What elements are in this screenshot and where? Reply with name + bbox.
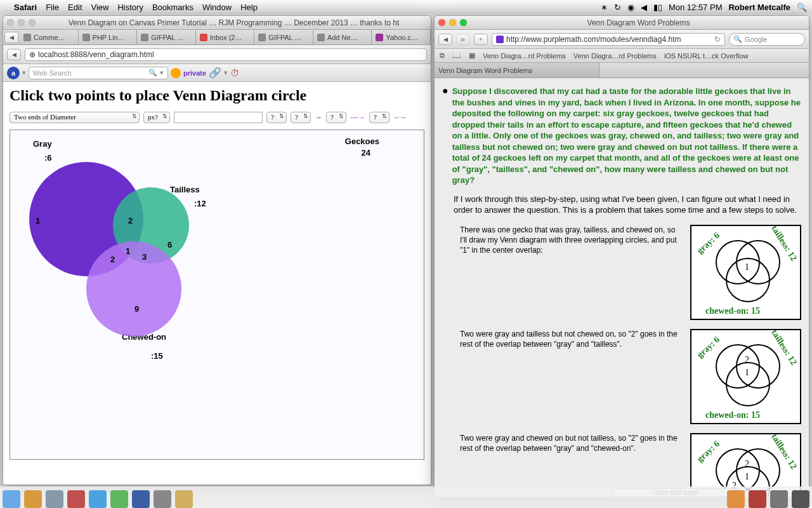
q1-select[interactable]: ?	[266, 112, 287, 123]
topsite-icon[interactable]: ▦	[469, 51, 475, 60]
orange-icon[interactable]	[171, 68, 181, 78]
dock-app-5[interactable]	[89, 490, 107, 508]
dock-app-9[interactable]	[175, 490, 193, 508]
left-title: Venn Diagram on Canvas Primer Tutorial ……	[41, 18, 427, 27]
menu-bookmarks[interactable]: Bookmarks	[152, 3, 193, 12]
active-tab[interactable]: Venn Diagram Word Problems	[435, 63, 599, 77]
n-tc: 3	[142, 252, 147, 262]
tab-2[interactable]: PHP Lin…	[79, 30, 138, 44]
close-button[interactable]	[7, 19, 14, 26]
back-button[interactable]: ◀	[438, 34, 452, 45]
spotlight-icon[interactable]: 🔍	[797, 3, 807, 12]
problem-text: Suppose I discovered that my cat had a t…	[452, 86, 801, 186]
menu-view[interactable]: View	[91, 3, 109, 12]
history-icon[interactable]: ⧉	[440, 51, 445, 60]
ask-toolbar: a ▾ Web Search 🔍 ▾ private 🔗 ▾ ⏱	[3, 64, 431, 82]
menu-help[interactable]: Help	[240, 3, 258, 12]
close-button[interactable]	[438, 19, 445, 26]
dock-app-10[interactable]	[727, 490, 745, 508]
n-t-only: 6	[167, 240, 172, 250]
left-tabbar: ◀ Comme… PHP Lin… GIFPAL … Inbox (2… GIF…	[3, 30, 431, 45]
tab-5[interactable]: GIFPAL …	[254, 30, 313, 44]
tab-1[interactable]: Comme…	[20, 30, 79, 44]
gmail-icon	[200, 34, 207, 41]
dock-app-3[interactable]	[46, 490, 63, 508]
controls-row: Two ends of Diameter px? ? ? → ? ---→ ? …	[3, 109, 431, 126]
reload-icon[interactable]: ↻	[714, 35, 721, 44]
bookmark-2[interactable]: Venn Diagra…rd Problems	[573, 52, 657, 60]
right-title: Venn Diagram Word Problems	[472, 18, 805, 27]
dock-app-12[interactable]	[770, 490, 788, 508]
dock-app-13[interactable]	[792, 490, 809, 508]
value-input[interactable]	[174, 112, 263, 123]
add-bookmark-button[interactable]: +	[474, 34, 488, 45]
user-menu[interactable]: Robert Metcalfe	[728, 3, 790, 12]
forward-button[interactable]: ▶	[456, 34, 470, 45]
tab-3[interactable]: GIFPAL …	[137, 30, 196, 44]
back-button[interactable]: ◀	[7, 49, 21, 60]
battery-icon[interactable]: ▮▯	[653, 3, 662, 12]
q3-select[interactable]: ?	[326, 112, 346, 123]
chewed-count: :15	[151, 351, 163, 361]
app-name[interactable]: Safari	[14, 3, 37, 12]
timemachine-icon[interactable]: ↻	[614, 3, 621, 12]
menu-history[interactable]: History	[117, 3, 143, 12]
url-field[interactable]: ⊕ localhost:8888/venn_diagram.html	[25, 48, 427, 61]
q4-select[interactable]: ?	[369, 112, 390, 123]
right-titlebar[interactable]: Venn Diagram Word Problems	[435, 16, 809, 30]
unit-select[interactable]: px?	[143, 112, 170, 123]
menu-file[interactable]: File	[46, 3, 59, 12]
page-body: Click two points to place Venn Diagram c…	[3, 82, 431, 485]
n-gt: 2	[128, 216, 133, 225]
private-label[interactable]: private	[183, 69, 206, 77]
zoom-button[interactable]	[29, 19, 36, 26]
url-text: http://www.purplemath.com/modules/venndi…	[506, 35, 681, 44]
dock-app-1[interactable]	[3, 490, 20, 508]
menu-window[interactable]: Window	[202, 3, 232, 12]
web-search-input[interactable]: Web Search 🔍 ▾	[29, 67, 168, 79]
zoom-button[interactable]	[460, 19, 467, 26]
dock-app-8[interactable]	[154, 490, 171, 508]
timer-icon[interactable]: ⏱	[230, 68, 239, 78]
dock-app-7[interactable]	[132, 490, 150, 508]
menu-edit[interactable]: Edit	[68, 3, 82, 12]
page-heading: Click two points to place Venn Diagram c…	[3, 82, 431, 109]
arrow-green: ←--	[393, 113, 406, 123]
clock[interactable]: Mon 12:57 PM	[669, 3, 723, 12]
bookmark-3[interactable]: iOS NSURL t…ck Overflow	[664, 52, 749, 60]
canvas-title: Geckoes	[345, 137, 379, 146]
tab-4[interactable]: Inbox (2…	[196, 30, 255, 44]
n-c-only: 9	[134, 304, 139, 314]
gray-count: :6	[44, 153, 52, 163]
bookmark-1[interactable]: Venn Diagra…rd Problems	[483, 52, 566, 60]
site-favicon	[496, 36, 504, 43]
ask-logo-icon[interactable]: a	[7, 67, 20, 79]
search-icon[interactable]: 🔍	[148, 69, 157, 77]
dock-app-4[interactable]	[67, 490, 85, 508]
dock-app-6[interactable]	[110, 490, 128, 508]
left-titlebar[interactable]: Venn Diagram on Canvas Primer Tutorial ……	[3, 16, 431, 30]
bluetooth-icon[interactable]: ∗	[601, 3, 608, 12]
url-text: localhost:8888/venn_diagram.html	[38, 50, 154, 59]
url-field[interactable]: http://www.purplemath.com/modules/venndi…	[492, 33, 725, 46]
right-content-wrap: ● Suppose I discovered that my cat had a…	[435, 79, 809, 497]
google-search[interactable]: 🔍 Google	[729, 33, 805, 46]
left-window: Venn Diagram on Canvas Primer Tutorial ……	[3, 15, 431, 485]
wifi-icon[interactable]: ◉	[627, 3, 634, 12]
mode-select[interactable]: Two ends of Diameter	[10, 112, 140, 123]
tab-6[interactable]: Add Ne…	[313, 30, 372, 44]
minimize-button[interactable]	[449, 19, 456, 26]
volume-icon[interactable]: ◀	[641, 3, 647, 12]
tab-prev[interactable]: ◀	[4, 32, 18, 43]
venn-canvas[interactable]: Geckoes 24 Gray :6 Tailless :12 Chewed-o…	[10, 130, 424, 460]
minimize-button[interactable]	[18, 19, 25, 26]
favicon-icon	[258, 34, 266, 41]
circle-chewed	[86, 241, 181, 337]
dock-app-2[interactable]	[24, 490, 42, 508]
gray-label: Gray	[33, 139, 52, 149]
tab-7[interactable]: Yahoo.c…	[372, 30, 431, 44]
readinglist-icon[interactable]: 📖	[452, 51, 461, 60]
q2-select[interactable]: ?	[291, 112, 311, 123]
dock-app-11[interactable]	[749, 490, 766, 508]
link-icon[interactable]: 🔗	[209, 67, 221, 79]
